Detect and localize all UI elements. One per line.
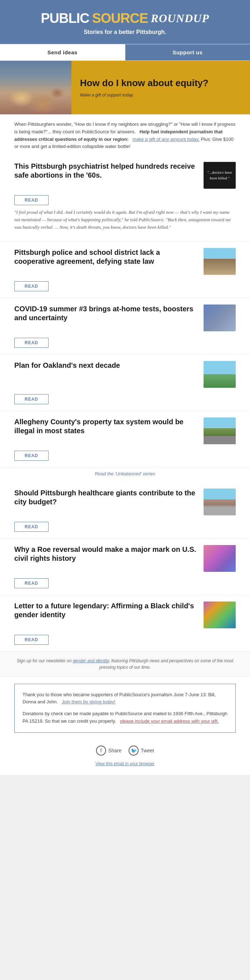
read-button-property[interactable]: READ bbox=[14, 451, 49, 461]
article-title-healthcare: Should Pittsburgh healthcare giants cont… bbox=[14, 488, 198, 506]
article-main-psychiatrist: This Pittsburgh psychiatrist helped hund… bbox=[14, 162, 236, 189]
thumb-roe-image bbox=[204, 545, 236, 572]
article-title-police: Pittsburgh police and school district la… bbox=[14, 248, 198, 266]
supporters-text1: Thank you to those who became supporters… bbox=[22, 692, 216, 705]
newsletter-text: Sign up for our newsletter on gender and… bbox=[14, 658, 236, 670]
intro-link[interactable]: make a gift of any amount today. bbox=[133, 137, 199, 142]
logo-container: PUBLICSOURCE ROUNDUP bbox=[14, 11, 236, 26]
twitter-icon: 🐦 bbox=[128, 746, 139, 756]
facebook-icon: f bbox=[96, 746, 106, 756]
article-main-healthcare: Should Pittsburgh healthcare giants cont… bbox=[14, 488, 236, 515]
header-tagline: Stories for a better Pittsburgh. bbox=[14, 29, 236, 35]
read-button-covid[interactable]: READ bbox=[14, 338, 49, 348]
supporters-give-link[interactable]: Join them by giving today! bbox=[62, 699, 116, 705]
article-thumb-roe bbox=[204, 545, 236, 572]
tweet-button[interactable]: 🐦 Tweet bbox=[128, 746, 154, 756]
read-button-letter[interactable]: READ bbox=[14, 635, 49, 645]
supporters-email-link[interactable]: please include your email address with y… bbox=[120, 718, 219, 724]
article-thumb-oakland bbox=[204, 361, 236, 388]
logo-roundup: ROUNDUP bbox=[151, 12, 209, 25]
series-link[interactable]: Read the 'Unbalanced' series bbox=[0, 468, 250, 482]
thumb-property-image bbox=[204, 417, 236, 444]
article-title-property: Allegheny County's property tax system w… bbox=[14, 417, 198, 435]
article-thumb-psychiatrist: "...doctors have been killed." bbox=[204, 162, 236, 189]
read-button-healthcare[interactable]: READ bbox=[14, 522, 49, 532]
article-thumb-police bbox=[204, 248, 236, 275]
thumb-oakland-image bbox=[204, 361, 236, 388]
thumb-doctors-image: "...doctors have been killed." bbox=[204, 162, 236, 189]
promo-image bbox=[0, 61, 71, 115]
article-thumb-property bbox=[204, 417, 236, 444]
tweet-label: Tweet bbox=[141, 748, 154, 753]
thumb-doctors-text: "...doctors have been killed." bbox=[206, 170, 233, 181]
thumb-healthcare-image bbox=[204, 488, 236, 515]
thumb-covid-image bbox=[204, 304, 236, 331]
article-title-letter: Letter to a future legendary: Affirming … bbox=[14, 601, 198, 619]
newsletter-link[interactable]: gender and identity bbox=[73, 658, 109, 663]
article-title-psychiatrist: This Pittsburgh psychiatrist helped hund… bbox=[14, 162, 198, 180]
article-thumb-healthcare bbox=[204, 488, 236, 515]
article-thumb-covid bbox=[204, 304, 236, 331]
article-title-roe: Why a Roe reversal would make a major ma… bbox=[14, 545, 198, 563]
supporters-para1: Thank you to those who became supporters… bbox=[22, 691, 228, 706]
share-button[interactable]: f Share bbox=[96, 746, 122, 756]
promo-crowd-image bbox=[0, 61, 71, 115]
email-header: PUBLICSOURCE ROUNDUP Stories for a bette… bbox=[0, 0, 250, 44]
promo-subtext: Make a gift of support today. bbox=[80, 92, 241, 97]
article-quote-psychiatrist: "I feel proud of what I did. And I certa… bbox=[14, 209, 236, 231]
article-main-property: Allegheny County's property tax system w… bbox=[14, 417, 236, 444]
newsletter-signup: Sign up for our newsletter on gender and… bbox=[0, 652, 250, 676]
supporters-box: Thank you to those who became supporters… bbox=[14, 684, 236, 733]
promo-heading: How do I know about equity? bbox=[80, 78, 241, 89]
footer-social: f Share 🐦 Tweet bbox=[0, 740, 250, 759]
support-us-button[interactable]: Support us bbox=[125, 44, 250, 60]
article-psychiatrist: This Pittsburgh psychiatrist helped hund… bbox=[0, 156, 250, 241]
article-title-covid: COVID-19 summer #3 brings at-home tests,… bbox=[14, 304, 198, 322]
article-roe: Why a Roe reversal would make a major ma… bbox=[0, 539, 250, 595]
view-browser-link[interactable]: View this email in your browser bbox=[0, 759, 250, 775]
read-button-roe[interactable]: READ bbox=[14, 578, 49, 588]
share-label: Share bbox=[108, 748, 122, 753]
intro-section: When Pittsburghers wonder, "How do I kno… bbox=[0, 115, 250, 156]
article-title-oakland: Plan for Oakland's next decade bbox=[14, 361, 198, 370]
article-main-oakland: Plan for Oakland's next decade bbox=[14, 361, 236, 388]
promo-banner: How do I know about equity? Make a gift … bbox=[0, 61, 250, 115]
article-main-police: Pittsburgh police and school district la… bbox=[14, 248, 236, 275]
article-main-covid: COVID-19 summer #3 brings at-home tests,… bbox=[14, 304, 236, 331]
read-button-oakland[interactable]: READ bbox=[14, 394, 49, 404]
read-button-police[interactable]: READ bbox=[14, 281, 49, 291]
newsletter-text-start: Sign up for our newsletter on bbox=[17, 658, 73, 663]
article-healthcare: Should Pittsburgh healthcare giants cont… bbox=[0, 482, 250, 539]
thumb-building-image bbox=[204, 248, 236, 275]
article-letter: Letter to a future legendary: Affirming … bbox=[0, 595, 250, 652]
send-ideas-button[interactable]: Send ideas bbox=[0, 44, 125, 60]
newsletter-text-end: , featuring Pittsburgh news and perspect… bbox=[99, 658, 233, 670]
promo-text-container: How do I know about equity? Make a gift … bbox=[71, 61, 250, 115]
article-covid: COVID-19 summer #3 brings at-home tests,… bbox=[0, 298, 250, 355]
article-main-roe: Why a Roe reversal would make a major ma… bbox=[14, 545, 236, 572]
supporters-para2: Donations by check can be made payable t… bbox=[22, 710, 228, 725]
read-button-psychiatrist[interactable]: READ bbox=[14, 195, 49, 205]
thumb-letter-image bbox=[204, 601, 236, 628]
article-property-tax: Allegheny County's property tax system w… bbox=[0, 411, 250, 468]
action-buttons-row: Send ideas Support us bbox=[0, 44, 250, 61]
logo-public: PUBLIC bbox=[41, 11, 89, 26]
article-oakland: Plan for Oakland's next decade READ bbox=[0, 355, 250, 411]
article-main-letter: Letter to a future legendary: Affirming … bbox=[14, 601, 236, 628]
logo-source: SOURCE bbox=[92, 11, 148, 26]
article-thumb-letter bbox=[204, 601, 236, 628]
article-police-school: Pittsburgh police and school district la… bbox=[0, 242, 250, 298]
